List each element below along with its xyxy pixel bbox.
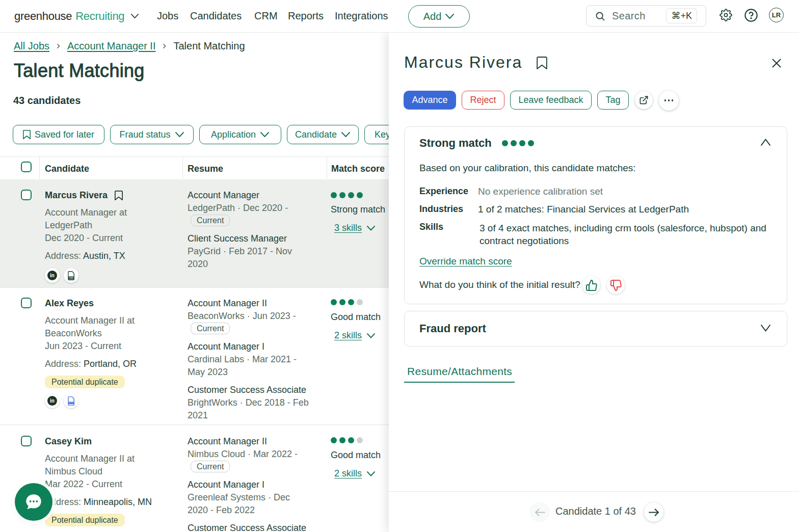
svg-text:TXT: TXT [69, 277, 73, 279]
svg-text:DOCX: DOCX [69, 402, 74, 404]
